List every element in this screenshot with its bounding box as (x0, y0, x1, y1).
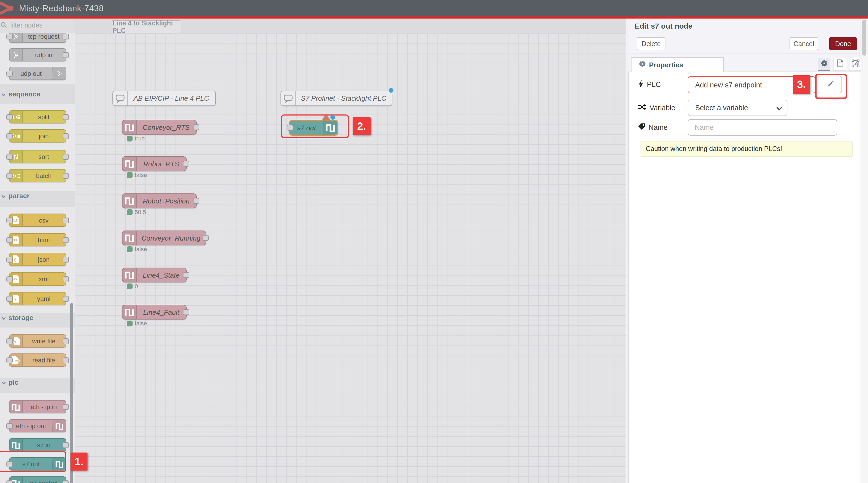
input-port[interactable] (6, 133, 12, 139)
palette-node-csv[interactable]: 1,2 csv (9, 214, 66, 227)
palette-node-json[interactable]: {} json (9, 253, 66, 266)
tray-scrollbar[interactable] (861, 18, 868, 483)
flow-node-conveyor-running[interactable]: Conveyor_Running (122, 230, 206, 245)
output-port[interactable] (183, 161, 189, 167)
input-port[interactable] (6, 154, 12, 160)
cancel-button[interactable]: Cancel (789, 37, 818, 50)
palette-node-yaml[interactable]: Y yaml (9, 292, 66, 305)
input-port[interactable] (6, 296, 12, 301)
palette-node-s7-in[interactable]: s7 in (9, 438, 66, 451)
chevron-down-icon (2, 90, 6, 98)
page-title: Misty-Redshank-7438 (19, 0, 104, 17)
input-port[interactable] (6, 217, 12, 223)
wifi-icon (9, 49, 23, 61)
node-appearance-button[interactable] (849, 58, 862, 71)
category-label: storage (8, 314, 33, 321)
output-port[interactable] (62, 442, 69, 448)
flow-node-robot-rts[interactable]: Robot_RTS (122, 156, 187, 171)
output-port[interactable] (62, 296, 69, 301)
output-port[interactable] (62, 52, 69, 58)
properties-view-button[interactable] (818, 58, 830, 71)
input-port[interactable] (6, 480, 12, 483)
output-port[interactable] (62, 33, 69, 39)
palette-node-udp-out[interactable]: udp out (9, 67, 66, 80)
palette-node-batch[interactable]: batch (9, 169, 66, 182)
output-port[interactable] (62, 480, 69, 483)
output-port[interactable] (62, 173, 69, 179)
description-view-button[interactable] (834, 58, 846, 71)
output-port[interactable] (62, 133, 69, 139)
palette-node-html[interactable]: <> html (9, 233, 66, 247)
flow-node-conveyor-rts[interactable]: Conveyor_RTS (122, 120, 197, 135)
palette-node-split[interactable]: split (9, 110, 66, 124)
output-port[interactable] (62, 154, 69, 160)
input-port[interactable] (6, 338, 12, 344)
done-button[interactable]: Done (829, 37, 857, 50)
delete-button[interactable]: Delete (637, 37, 665, 50)
output-port[interactable] (62, 217, 69, 223)
tab-properties[interactable]: Properties (631, 57, 724, 72)
input-port[interactable] (6, 423, 12, 429)
tray-button-row: Delete Cancel Done (628, 34, 861, 54)
name-input[interactable] (688, 119, 837, 136)
flow-node-line4-state[interactable]: Line4_State (122, 267, 187, 283)
comment-node-s7-profinet[interactable]: S7 Profinet - Stacklight PLC (280, 91, 392, 106)
palette-search-input[interactable] (9, 22, 69, 30)
palette-category-plc[interactable]: plc (0, 377, 75, 387)
flow-node-s7-out-selected[interactable]: s7 out (289, 120, 338, 136)
output-port[interactable] (183, 309, 189, 315)
category-label: sequence (8, 90, 40, 98)
palette-node-join[interactable]: join (9, 129, 66, 142)
output-port[interactable] (62, 276, 69, 282)
square-wave-icon (123, 194, 137, 208)
palette-category-sequence[interactable]: sequence (0, 89, 75, 99)
palette-category-parser[interactable]: parser (0, 191, 75, 200)
output-port[interactable] (62, 338, 69, 344)
comment-node-ab-eip[interactable]: AB EIP/CIP - Line 4 PLC (113, 91, 216, 106)
flow-node-robot-position[interactable]: Robot_Position (122, 193, 197, 208)
input-port[interactable] (6, 114, 12, 120)
flow-node-line4-fault[interactable]: Line4_Fault (122, 305, 187, 320)
flow-canvas[interactable]: AB EIP/CIP - Line 4 PLC S7 Profinet - St… (75, 33, 626, 483)
palette-node-s7-control[interactable]: s7 control (9, 476, 66, 483)
changed-dot-icon (330, 115, 335, 120)
input-port[interactable] (6, 237, 12, 243)
node-label: Conveyor_Running (136, 231, 206, 245)
palette-node-eth-ip-in[interactable]: eth - ip in (9, 400, 66, 413)
accent-line (0, 17, 868, 18)
tray-scrollbar-handle[interactable] (862, 19, 866, 55)
input-port[interactable] (6, 173, 12, 179)
input-port[interactable] (6, 256, 12, 262)
output-port[interactable] (62, 114, 69, 120)
document-icon (836, 59, 844, 69)
output-port[interactable] (183, 272, 189, 278)
output-port[interactable] (193, 124, 199, 130)
output-port[interactable] (62, 404, 69, 410)
input-port[interactable] (287, 125, 293, 131)
output-port[interactable] (62, 357, 69, 363)
node-label: Line4_Fault (136, 305, 186, 319)
palette-node-xml[interactable]: <> xml (9, 272, 66, 286)
output-port[interactable] (203, 235, 209, 241)
output-port[interactable] (62, 256, 69, 262)
input-port[interactable] (6, 276, 12, 282)
output-port[interactable] (62, 237, 69, 243)
output-port[interactable] (193, 198, 199, 204)
palette-node-eth-ip-out[interactable]: eth - ip out (9, 419, 66, 432)
palette-category-storage[interactable]: storage (0, 313, 75, 322)
variable-select[interactable]: Select a variable (688, 100, 787, 116)
tab-line-4-to-stacklight-plc[interactable]: Line 4 to Stacklight PLC (112, 20, 180, 34)
tray-resize-grip[interactable] (626, 18, 629, 483)
node-status: false (127, 320, 147, 326)
palette-node-sort[interactable]: sort (9, 150, 66, 163)
input-port[interactable] (6, 70, 12, 76)
input-port[interactable] (6, 357, 12, 363)
palette-node-tcp-request[interactable]: tcp request (9, 33, 66, 43)
palette-node-read-file[interactable]: read file (9, 353, 66, 367)
tray-title: Edit s7 out node (635, 22, 692, 30)
palette-node-udp-in[interactable]: udp in (9, 48, 66, 61)
palette-node-write-file[interactable]: write file (9, 334, 66, 348)
status-text: 50.5 (135, 209, 146, 215)
input-port[interactable] (6, 33, 12, 39)
speech-bubble-icon (281, 91, 296, 105)
